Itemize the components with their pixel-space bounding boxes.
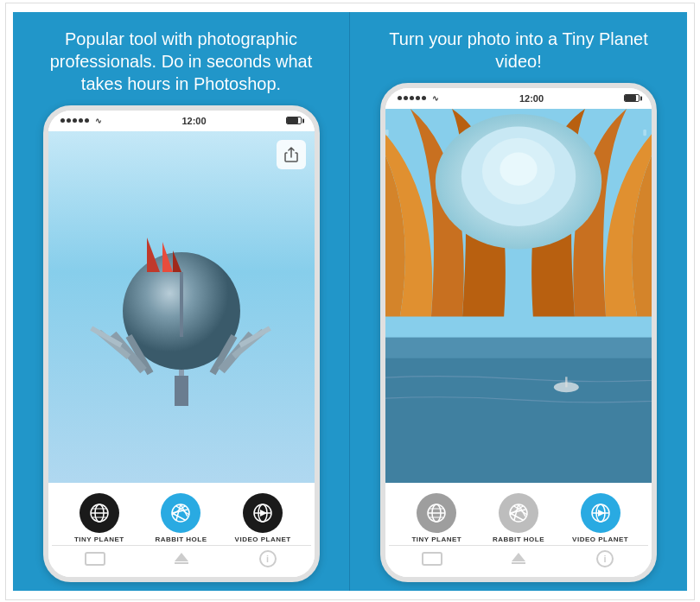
- rdot3: [410, 96, 414, 100]
- right-info-icon: i: [596, 550, 614, 567]
- left-tab-icon-3[interactable]: i: [255, 550, 281, 567]
- left-tab-icon-1[interactable]: [82, 550, 108, 567]
- right-video-planet-item[interactable]: VIDEO PLANET: [570, 493, 631, 543]
- right-upload-line: [512, 562, 525, 564]
- wifi-icon: ∿: [95, 117, 102, 125]
- right-tiny-planet-item[interactable]: TINY PLANET: [406, 493, 467, 543]
- right-tab-rect-icon: [422, 552, 442, 566]
- right-rabbit-hole-label: RABBIT HOLE: [493, 535, 544, 543]
- right-rabbit-hole-icon-bg: [499, 493, 538, 533]
- aperture-icon: [169, 502, 192, 524]
- right-panel: Turn your photo into a Tiny Planet video…: [350, 12, 687, 591]
- app-container: Popular tool with photographic professio…: [0, 0, 700, 602]
- right-panel-title: Turn your photo into a Tiny Planet video…: [360, 28, 677, 73]
- share-button[interactable]: [277, 140, 306, 169]
- rdot5: [422, 96, 426, 100]
- rabbit-hole-label: RABBIT HOLE: [155, 535, 207, 543]
- left-video-planet-item[interactable]: VIDEO PLANET: [232, 493, 293, 543]
- right-wifi-icon: ∿: [432, 94, 439, 103]
- rdot1: [398, 96, 402, 100]
- right-battery-fill: [625, 95, 636, 101]
- video-planet-label: VIDEO PLANET: [235, 535, 291, 543]
- right-tab-icon-3[interactable]: i: [592, 550, 618, 567]
- right-status-left: ∿: [398, 94, 439, 103]
- right-tab-icon-1[interactable]: [419, 550, 445, 567]
- left-panel: Popular tool with photographic professio…: [13, 12, 350, 591]
- right-tiny-planet-label: TINY PLANET: [411, 535, 461, 543]
- dot5: [85, 118, 89, 123]
- tab-rect-icon: [85, 552, 105, 566]
- left-status-left: ∿: [60, 117, 102, 125]
- svg-rect-49: [565, 377, 567, 387]
- right-tab-bar: i: [389, 545, 648, 572]
- right-battery-icon: [624, 94, 640, 102]
- battery-fill: [287, 117, 298, 124]
- share-icon: [284, 147, 298, 162]
- right-icons-row: TINY PLANET: [389, 490, 648, 545]
- info-icon: i: [259, 550, 277, 567]
- upload-line: [175, 562, 188, 564]
- tiny-planet-svg: [60, 186, 302, 428]
- right-upload-arrow: [512, 553, 525, 561]
- right-video-planet-icon-bg: [581, 493, 620, 533]
- right-globe-icon: [425, 502, 448, 524]
- rdot2: [404, 96, 408, 100]
- left-rabbit-hole-item[interactable]: RABBIT HOLE: [150, 493, 211, 543]
- right-status-right: [624, 94, 640, 102]
- svg-rect-15: [180, 272, 183, 337]
- rdot4: [416, 96, 420, 100]
- right-tiny-planet-icon-bg: [417, 493, 456, 533]
- right-video-planet-label: VIDEO PLANET: [572, 535, 628, 543]
- svg-marker-31: [260, 510, 267, 516]
- left-phone-bottom: TINY PLANET: [48, 483, 315, 577]
- upload-arrow: [175, 553, 188, 561]
- left-tab-icon-2[interactable]: [169, 550, 194, 567]
- svg-point-37: [500, 152, 537, 185]
- dot3: [73, 118, 77, 123]
- left-image-area: [48, 131, 315, 483]
- svg-rect-11: [239, 326, 271, 347]
- dot4: [79, 118, 83, 123]
- battery-icon: [286, 117, 302, 124]
- rabbit-hole-icon-bg: [161, 493, 200, 533]
- left-status-time: 12:00: [181, 116, 206, 126]
- right-phone-bottom: TINY PLANET: [385, 483, 652, 577]
- tiny-planet-label: TINY PLANET: [74, 535, 124, 543]
- right-status-time: 12:00: [519, 93, 544, 104]
- svg-rect-45: [643, 130, 646, 136]
- dot1: [60, 118, 65, 123]
- svg-marker-65: [598, 510, 605, 516]
- left-status-right: [286, 117, 302, 124]
- right-aperture-icon: [507, 502, 530, 524]
- right-signal-dots: [398, 96, 426, 100]
- right-status-bar: ∿ 12:00: [385, 88, 652, 109]
- svg-rect-40: [385, 130, 389, 136]
- rabbit-hole-svg: [385, 109, 652, 483]
- left-tab-bar: i: [52, 545, 311, 572]
- right-rabbit-hole-item[interactable]: RABBIT HOLE: [488, 493, 549, 543]
- right-tab-icon-2[interactable]: [506, 550, 531, 567]
- left-tiny-planet-item[interactable]: TINY PLANET: [69, 493, 130, 543]
- tiny-planet-icon-bg: [80, 493, 119, 533]
- left-icons-row: TINY PLANET: [52, 490, 311, 545]
- video-planet-icon-bg: [243, 493, 283, 533]
- globe-icon: [88, 502, 111, 524]
- tab-upload-icon: [175, 553, 188, 564]
- tiny-planet-scene: [48, 131, 315, 483]
- signal-dots: [60, 118, 89, 123]
- left-panel-title: Popular tool with photographic professio…: [23, 28, 339, 95]
- right-image-area: [385, 109, 652, 483]
- right-phone-frame: ∿ 12:00: [380, 83, 657, 582]
- right-video-globe-icon: [589, 502, 612, 524]
- svg-rect-3: [175, 376, 188, 406]
- svg-marker-12: [147, 238, 160, 272]
- right-tab-upload-icon: [512, 553, 525, 564]
- left-status-bar: ∿ 12:00: [48, 111, 315, 131]
- dot2: [67, 118, 71, 123]
- left-phone-frame: ∿ 12:00: [43, 105, 320, 582]
- video-globe-icon: [251, 502, 274, 524]
- screenshots-wrapper: Popular tool with photographic professio…: [5, 3, 695, 600]
